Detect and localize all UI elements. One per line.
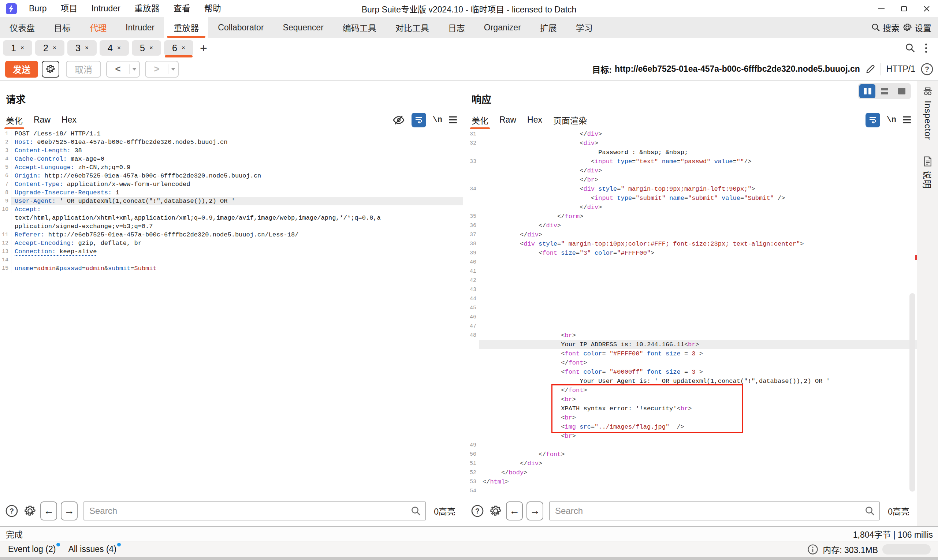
repeater-tab-3[interactable]: 3× <box>67 40 97 55</box>
cancel-button[interactable]: 取消 <box>66 61 101 78</box>
menu-Intruder[interactable]: Intruder <box>85 0 128 17</box>
close-tab-icon[interactable]: × <box>53 44 56 52</box>
forward-button[interactable]: > <box>145 61 179 78</box>
tab-search-icon[interactable] <box>905 43 916 54</box>
search-help-icon[interactable]: ? <box>5 505 18 517</box>
code-line: 6Origin: http://e6eb7525-01ea-457a-b00c-… <box>0 172 463 180</box>
all-issues-tab[interactable]: All issues (4) <box>68 544 121 554</box>
line-number: 41 <box>466 267 479 276</box>
editor-menu-icon[interactable] <box>903 116 911 123</box>
response-tab-美化[interactable]: 美化 <box>471 111 488 129</box>
send-button[interactable]: 发送 <box>5 61 38 78</box>
close-tab-icon[interactable]: × <box>20 44 24 52</box>
request-tab-Raw[interactable]: Raw <box>34 111 51 129</box>
close-button[interactable] <box>915 0 938 17</box>
code-line: </div> <box>466 166 917 175</box>
main-tab-重放器[interactable]: 重放器 <box>164 17 208 38</box>
response-scrollbar[interactable] <box>909 293 915 492</box>
repeater-tab-1[interactable]: 1× <box>3 40 32 55</box>
layout-single-button[interactable] <box>894 84 910 98</box>
show-newlines-toggle[interactable]: \n <box>433 115 442 125</box>
menu-Burp[interactable]: Burp <box>22 0 54 17</box>
word-wrap-toggle[interactable] <box>866 113 880 128</box>
main-tab-目标[interactable]: 目标 <box>44 17 80 38</box>
line-content: <div style=" margin-top:9px;margin-left:… <box>479 185 917 194</box>
main-tab-编码工具[interactable]: 编码工具 <box>333 17 386 38</box>
main-tab-代理[interactable]: 代理 <box>80 17 116 38</box>
settings-button[interactable]: 设置 <box>903 21 932 34</box>
search-settings-icon[interactable] <box>23 505 37 517</box>
protocol-help-icon[interactable]: ? <box>920 63 933 76</box>
line-content: Your IP ADDRESS is: 10.244.166.11<br> <box>479 340 917 349</box>
word-wrap-toggle[interactable] <box>411 113 426 128</box>
menu-项目[interactable]: 项目 <box>54 0 85 17</box>
response-tab-Hex[interactable]: Hex <box>527 111 542 129</box>
search-settings-icon[interactable] <box>489 505 502 517</box>
request-tab-Hex[interactable]: Hex <box>62 111 77 129</box>
request-search-input[interactable] <box>83 502 426 520</box>
repeater-tab-6[interactable]: 6× <box>164 40 193 55</box>
search-next-button[interactable]: → <box>527 502 543 520</box>
main-tab-对比工具[interactable]: 对比工具 <box>386 17 439 38</box>
code-line: 32 <div> <box>466 139 917 148</box>
layout-columns-button[interactable] <box>859 84 875 98</box>
response-tab-Raw[interactable]: Raw <box>499 111 516 129</box>
main-tab-Collaborator[interactable]: Collaborator <box>208 17 273 38</box>
inspector-tab[interactable]: Inspector <box>923 101 933 140</box>
minimize-button[interactable] <box>870 0 893 17</box>
back-dropdown-icon[interactable] <box>129 62 139 77</box>
inspector-strip: Inspector 说明 <box>917 81 938 526</box>
search-help-icon[interactable]: ? <box>471 505 484 517</box>
line-content <box>479 486 917 495</box>
main-tab-Organizer[interactable]: Organizer <box>474 17 530 38</box>
menu-帮助[interactable]: 帮助 <box>197 0 228 17</box>
menu-重放器[interactable]: 重放器 <box>128 0 166 17</box>
search-prev-button[interactable]: ← <box>40 502 57 520</box>
main-tab-仪表盘[interactable]: 仪表盘 <box>0 17 44 38</box>
send-settings-button[interactable] <box>42 61 59 78</box>
main-tab-日志[interactable]: 日志 <box>439 17 474 38</box>
line-number: 44 <box>466 294 479 303</box>
search-icon <box>864 505 875 517</box>
close-tab-icon[interactable]: × <box>85 44 89 52</box>
request-editor[interactable]: 1POST /Less-18/ HTTP/1.12Host: e6eb7525-… <box>0 129 463 495</box>
main-tab-Intruder[interactable]: Intruder <box>116 17 164 38</box>
close-tab-icon[interactable]: × <box>117 44 121 52</box>
close-tab-icon[interactable]: × <box>182 44 185 52</box>
add-tab-button[interactable]: + <box>200 42 207 54</box>
line-content: Referer: http://e6eb7525-01ea-457a-b00c-… <box>11 231 463 239</box>
response-tab-页面渲染[interactable]: 页面渲染 <box>553 111 587 129</box>
restore-button[interactable] <box>893 0 915 17</box>
edit-pencil-icon[interactable] <box>865 64 875 74</box>
back-button[interactable]: < <box>106 61 140 78</box>
line-content: </font> <box>479 386 917 395</box>
repeater-tab-4[interactable]: 4× <box>100 40 129 55</box>
main-tab-Sequencer[interactable]: Sequencer <box>274 17 333 38</box>
response-search-input[interactable] <box>549 502 880 520</box>
repeater-tab-2[interactable]: 2× <box>35 40 65 55</box>
editor-menu-icon[interactable] <box>449 116 457 123</box>
tab-menu-icon[interactable] <box>925 43 927 53</box>
line-content <box>479 294 917 303</box>
main-tab-扩展[interactable]: 扩展 <box>530 17 567 38</box>
line-content: </font> <box>479 358 917 368</box>
layout-rows-button[interactable] <box>876 84 893 98</box>
forward-dropdown-icon[interactable] <box>168 62 178 77</box>
code-line: 49 <box>466 441 917 450</box>
show-newlines-toggle[interactable]: \n <box>887 115 896 125</box>
notification-dot <box>117 543 121 546</box>
menu-查看[interactable]: 查看 <box>166 0 197 17</box>
search-next-button[interactable]: → <box>61 502 78 520</box>
hide-eye-icon[interactable] <box>393 114 405 126</box>
response-editor[interactable]: 31 </div>32 <div> Password : &nbsp; &nbs… <box>466 129 917 495</box>
search-prev-button[interactable]: ← <box>506 502 523 520</box>
notes-tab[interactable]: 说明 <box>921 171 934 189</box>
close-tab-icon[interactable]: × <box>149 44 153 52</box>
panel-divider[interactable] <box>463 81 466 526</box>
main-tab-学习[interactable]: 学习 <box>567 17 602 38</box>
bottom-bar: Event log (2) All issues (4) 内存: 303.1MB <box>0 541 938 557</box>
event-log-tab[interactable]: Event log (2) <box>8 544 60 554</box>
repeater-tab-5[interactable]: 5× <box>132 40 161 55</box>
request-tab-美化[interactable]: 美化 <box>6 111 23 129</box>
global-search-button[interactable]: 搜索 <box>871 21 899 34</box>
